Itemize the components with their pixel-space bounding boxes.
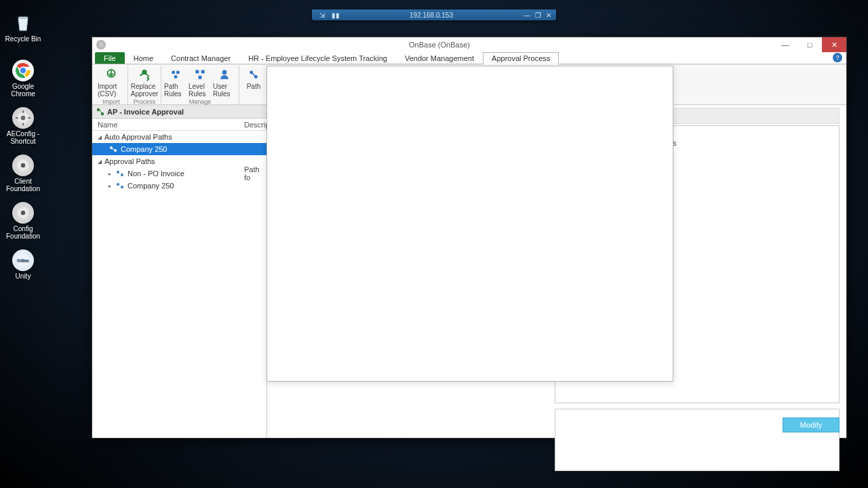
svg-point-39 (117, 183, 119, 186)
level-rules-button[interactable]: Level Rules (189, 66, 212, 98)
svg-rect-31 (97, 108, 100, 111)
user-rules-icon (217, 67, 232, 82)
tree-panel: AP - Invoice Approval Name Description ◢… (92, 105, 267, 438)
minimize-icon[interactable]: — (522, 11, 532, 19)
tab-contract-manager[interactable]: Contract Manager (162, 52, 239, 64)
remote-connection-bar: ⇲ ▮▮ 192.168.0.153 — ❐ ✕ (312, 9, 556, 20)
svg-point-37 (117, 171, 119, 174)
close-icon[interactable]: ✕ (544, 11, 553, 19)
import-csv-button[interactable]: Import (CSV) (98, 66, 125, 98)
help-button[interactable]: ? (833, 53, 842, 62)
user-rules-button[interactable]: User Rules (213, 66, 236, 98)
tree-company-250[interactable]: ▸ Company 250 (92, 180, 267, 192)
desktop-label: Client Foundation (4, 178, 42, 192)
tree-non-po-invoice[interactable]: ▸ Non - PO Invoice Path fo (92, 167, 267, 180)
svg-rect-5 (22, 110, 24, 113)
svg-point-40 (121, 186, 123, 188)
minimize-button[interactable]: — (773, 37, 797, 52)
gear-icon (12, 202, 34, 224)
remote-ip: 192.168.0.153 (340, 12, 522, 19)
auto-path-icon (108, 145, 118, 153)
desktop-label: Config Foundation (4, 225, 42, 240)
desktop-label: AEConfig - Shortcut (4, 130, 42, 145)
workflow-icon (96, 108, 104, 116)
add-path-button[interactable]: Path (242, 66, 265, 103)
level-rules-icon (193, 67, 208, 82)
tab-vendor-management[interactable]: Vendor Management (396, 52, 483, 64)
desktop-chrome[interactable]: Google Chrome (4, 60, 42, 98)
svg-text:OnBase: OnBase (17, 259, 29, 262)
svg-point-12 (21, 211, 25, 215)
recycle-bin-icon (12, 12, 34, 34)
tab-hr-lifecycle[interactable]: HR - Employee Lifecycle System Tracking (239, 52, 396, 64)
add-path-icon (246, 67, 261, 82)
svg-rect-7 (16, 117, 18, 119)
svg-point-19 (174, 75, 178, 79)
tab-approval-process[interactable]: Approval Process (483, 52, 559, 64)
expand-icon[interactable]: ◢ (98, 134, 104, 140)
svg-point-4 (21, 116, 25, 120)
titlebar: OnBase (OnBase) — □ ✕ (92, 37, 846, 52)
path-icon (115, 169, 125, 178)
desktop-client-foundation[interactable]: Client Foundation (4, 155, 42, 192)
tree-approval-paths[interactable]: ◢Approval Paths (92, 155, 267, 167)
gear-icon (12, 107, 34, 129)
svg-rect-21 (201, 70, 205, 73)
expand-icon[interactable]: ◢ (98, 159, 104, 165)
svg-rect-22 (199, 76, 202, 79)
chrome-icon (12, 60, 34, 81)
col-name[interactable]: Name (92, 121, 241, 129)
restore-icon[interactable]: ❐ (533, 11, 542, 19)
blank-overlay-pane (267, 66, 673, 382)
svg-point-10 (21, 163, 25, 167)
replace-approver-icon (137, 67, 152, 82)
svg-point-17 (172, 70, 175, 74)
desktop-unity[interactable]: OnBase Unity (4, 249, 42, 280)
svg-line-26 (252, 73, 254, 75)
detail-area: s Modify (267, 105, 846, 438)
expand-icon[interactable]: ▸ (108, 183, 115, 189)
desktop-aeconfig[interactable]: AEConfig - Shortcut (4, 107, 42, 145)
tree-company-250-auto[interactable]: Company 250 (92, 143, 267, 155)
desktop-config-foundation[interactable]: Config Foundation (4, 202, 42, 240)
pin-icon[interactable]: ⇲ (317, 11, 327, 19)
desktop-recycle-bin[interactable]: Recycle Bin (4, 12, 42, 43)
onbase-window: OnBase (OnBase) — □ ✕ File Home Contract… (92, 37, 847, 439)
expand-icon[interactable]: ▸ (108, 171, 115, 177)
replace-approver-button[interactable]: Replace Approver (131, 66, 158, 98)
modify-button[interactable]: Modify (783, 418, 840, 432)
tab-file[interactable]: File (95, 52, 125, 64)
import-icon (104, 67, 119, 82)
maximize-button[interactable]: □ (797, 37, 822, 52)
window-title: OnBase (OnBase) (106, 41, 773, 49)
tree-auto-approval-paths[interactable]: ◢Auto Approval Paths (92, 131, 267, 143)
app-icon (96, 40, 106, 49)
svg-rect-20 (195, 70, 199, 73)
signal-icon[interactable]: ▮▮ (331, 11, 340, 19)
tree-header: AP - Invoice Approval (92, 105, 267, 119)
svg-rect-8 (28, 117, 31, 119)
path-icon (115, 182, 125, 190)
desktop-label: Google Chrome (4, 83, 42, 98)
close-button[interactable]: ✕ (822, 37, 846, 52)
svg-point-18 (176, 70, 180, 74)
svg-point-38 (121, 174, 123, 176)
gear-icon (12, 155, 34, 176)
tab-home[interactable]: Home (125, 52, 162, 64)
tree-columns: Name Description (92, 119, 267, 131)
onbase-icon: OnBase (12, 249, 34, 271)
svg-line-36 (112, 148, 115, 150)
svg-point-23 (222, 70, 227, 75)
path-rules-icon (168, 67, 183, 82)
desktop-label: Recycle Bin (5, 35, 41, 43)
tabstrip: File Home Contract Manager HR - Employee… (92, 52, 846, 64)
desktop-label: Unity (16, 272, 31, 280)
path-rules-button[interactable]: Path Rules (164, 66, 187, 98)
svg-rect-6 (22, 123, 24, 125)
